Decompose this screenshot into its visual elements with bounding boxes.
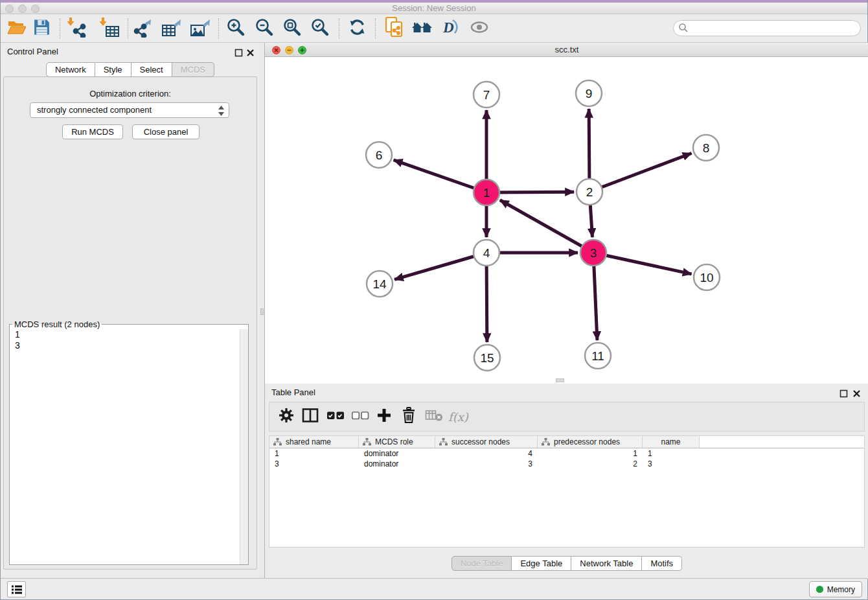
toolbar-separator bbox=[218, 18, 219, 39]
export-image-icon[interactable] bbox=[190, 17, 212, 40]
node-14[interactable]: 14 bbox=[367, 271, 393, 297]
control-panel: Control Panel NetworkStyleSelectMCDS Opt… bbox=[1, 43, 260, 579]
export-table-icon[interactable] bbox=[161, 17, 183, 40]
edge-4-14[interactable] bbox=[394, 253, 486, 279]
network-table-divider-grip[interactable] bbox=[556, 378, 564, 382]
import-table-icon[interactable] bbox=[99, 17, 120, 40]
tab-mcds[interactable]: MCDS bbox=[172, 62, 214, 77]
table-cell[interactable]: 1 bbox=[538, 448, 643, 459]
tab-motifs[interactable]: Motifs bbox=[642, 556, 682, 571]
refresh-view-icon[interactable] bbox=[348, 17, 367, 39]
edge-3-1[interactable] bbox=[500, 200, 593, 253]
table-cell[interactable]: dominator bbox=[359, 448, 435, 459]
show-all-networks-icon[interactable] bbox=[411, 18, 433, 39]
close-panel-icon[interactable] bbox=[246, 48, 255, 56]
column-type-icon bbox=[363, 438, 371, 446]
node-label: 4 bbox=[483, 246, 490, 260]
tab-style[interactable]: Style bbox=[95, 62, 131, 77]
zoom-fit-icon[interactable] bbox=[282, 17, 302, 40]
node-15[interactable]: 15 bbox=[474, 345, 500, 371]
hide-panel-eye-icon[interactable] bbox=[470, 19, 489, 38]
run-mcds-button[interactable]: Run MCDS bbox=[62, 124, 123, 139]
edge-1-6[interactable] bbox=[394, 160, 486, 192]
open-session-icon[interactable] bbox=[7, 18, 27, 39]
select-all-checks-icon[interactable] bbox=[326, 410, 345, 423]
node-table[interactable]: shared nameMCDS rolesuccessor nodesprede… bbox=[269, 435, 865, 548]
delete-table-icon[interactable] bbox=[425, 408, 443, 425]
tab-network-table[interactable]: Network Table bbox=[571, 556, 642, 571]
save-session-icon[interactable] bbox=[33, 18, 51, 38]
node-label: 2 bbox=[586, 185, 593, 199]
node-3[interactable]: 3 bbox=[580, 240, 606, 266]
optimization-criterion-label: Optimization criterion: bbox=[4, 89, 257, 98]
result-scrollbar[interactable] bbox=[240, 329, 248, 564]
split-columns-icon[interactable] bbox=[302, 408, 319, 426]
clone-network-icon[interactable] bbox=[384, 16, 405, 41]
column-header-shared-name[interactable]: shared name bbox=[269, 436, 359, 448]
close-table-panel-icon[interactable] bbox=[852, 389, 861, 397]
close-panel-button[interactable]: Close panel bbox=[132, 124, 200, 139]
float-panel-icon[interactable] bbox=[234, 48, 243, 56]
column-header-label: predecessor nodes bbox=[554, 437, 620, 446]
column-header-label: name bbox=[661, 437, 680, 446]
add-column-icon[interactable] bbox=[376, 408, 392, 426]
node-2[interactable]: 2 bbox=[577, 179, 602, 205]
column-header-name[interactable]: name bbox=[643, 436, 700, 448]
optimization-criterion-select[interactable]: strongly connected component bbox=[30, 102, 229, 118]
column-header-label: shared name bbox=[286, 437, 331, 446]
network-canvas[interactable]: 1234678910111415 bbox=[265, 57, 868, 384]
divider-grip[interactable] bbox=[260, 308, 264, 315]
function-builder-icon[interactable]: f(x) bbox=[448, 410, 468, 424]
delete-column-icon[interactable] bbox=[401, 407, 417, 426]
column-type-icon bbox=[542, 438, 550, 446]
edge-3-10[interactable] bbox=[593, 253, 692, 274]
table-cell[interactable]: 1 bbox=[643, 448, 700, 459]
toolbar-separator bbox=[60, 18, 60, 39]
edge-2-8[interactable] bbox=[589, 153, 692, 192]
node-1[interactable]: 1 bbox=[474, 179, 499, 205]
table-row[interactable]: 1dominator411 bbox=[269, 448, 864, 459]
zoom-selected-icon[interactable] bbox=[310, 17, 330, 40]
column-header-predecessor-nodes[interactable]: predecessor nodes bbox=[538, 436, 643, 448]
node-9[interactable]: 9 bbox=[576, 80, 602, 106]
window-titlebar: Session: New Session bbox=[1, 3, 867, 14]
node-7[interactable]: 7 bbox=[474, 82, 499, 108]
settings-gear-icon[interactable] bbox=[279, 408, 294, 426]
deselect-all-checks-icon[interactable] bbox=[351, 410, 369, 423]
table-cell[interactable]: 3 bbox=[269, 459, 359, 469]
column-header-MCDS-role[interactable]: MCDS role bbox=[359, 436, 435, 448]
tab-node-table[interactable]: Node Table bbox=[451, 556, 512, 571]
panel-divider[interactable] bbox=[260, 43, 265, 579]
window-title: Session: New Session bbox=[1, 3, 867, 14]
tab-select[interactable]: Select bbox=[131, 62, 172, 77]
column-type-icon bbox=[273, 438, 282, 446]
node-6[interactable]: 6 bbox=[366, 142, 392, 168]
node-10[interactable]: 10 bbox=[694, 264, 720, 290]
import-network-icon[interactable] bbox=[67, 17, 87, 40]
node-11[interactable]: 11 bbox=[585, 343, 611, 369]
float-table-panel-icon[interactable] bbox=[839, 389, 848, 397]
tab-network[interactable]: Network bbox=[46, 62, 95, 77]
tab-edge-table[interactable]: Edge Table bbox=[512, 556, 571, 571]
table-row[interactable]: 3dominator323 bbox=[269, 459, 864, 469]
table-cell[interactable]: dominator bbox=[359, 459, 435, 469]
zoom-in-icon[interactable] bbox=[226, 17, 246, 40]
node-label: 10 bbox=[700, 271, 713, 284]
memory-button[interactable]: Memory bbox=[809, 581, 862, 597]
table-cell[interactable]: 2 bbox=[538, 459, 643, 469]
node-4[interactable]: 4 bbox=[474, 240, 499, 266]
status-bar: Memory bbox=[1, 578, 867, 599]
table-cell[interactable]: 3 bbox=[435, 459, 538, 469]
node-8[interactable]: 8 bbox=[693, 135, 719, 161]
node-label: 14 bbox=[372, 277, 387, 291]
table-cell[interactable]: 1 bbox=[269, 448, 359, 459]
column-header-successor-nodes[interactable]: successor nodes bbox=[435, 436, 538, 448]
zoom-out-icon[interactable] bbox=[255, 17, 274, 40]
search-input[interactable] bbox=[673, 20, 861, 36]
export-network-icon[interactable] bbox=[133, 17, 154, 40]
table-cell[interactable]: 4 bbox=[435, 448, 538, 459]
cyndex-icon[interactable]: D bbox=[440, 17, 460, 40]
task-history-button[interactable] bbox=[7, 581, 26, 597]
network-graph[interactable]: 1234678910111415 bbox=[265, 57, 868, 384]
table-cell[interactable]: 3 bbox=[643, 459, 700, 469]
